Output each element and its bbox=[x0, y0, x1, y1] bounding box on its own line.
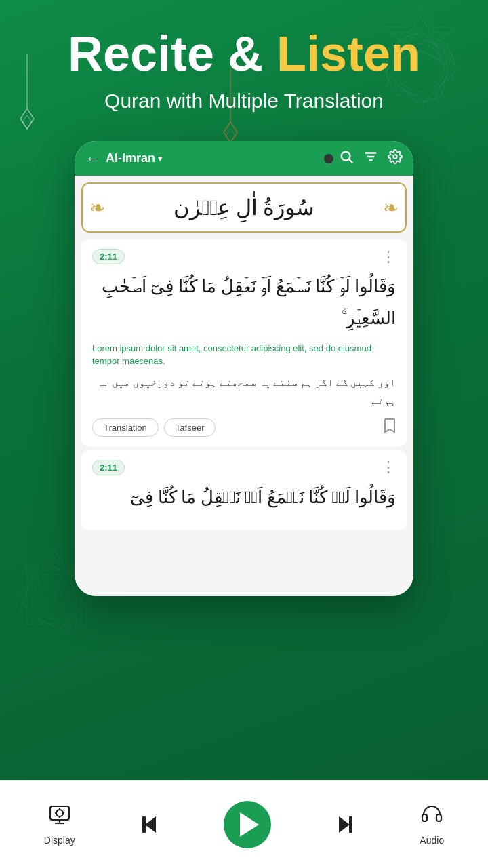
display-icon bbox=[48, 803, 71, 831]
bottom-bar: Display Audio bbox=[0, 780, 488, 868]
verse-card-2: 2:11 ⋮ وَقَالُوا لَوۡ كُنَّا نَسۡمَعُ اَ… bbox=[81, 450, 407, 530]
recite-text: Recite & bbox=[68, 26, 277, 81]
surah-arabic-title: سُورَةُ اٰلِ عِمۡرٰن bbox=[94, 195, 394, 220]
play-button[interactable] bbox=[224, 801, 271, 848]
hero-title-text: Recite & Listen bbox=[68, 27, 420, 81]
svg-point-17 bbox=[342, 152, 350, 161]
svg-marker-33 bbox=[339, 816, 350, 833]
search-icon[interactable] bbox=[339, 149, 354, 167]
headphone-icon bbox=[420, 803, 443, 831]
svg-marker-31 bbox=[145, 816, 156, 833]
tafseer-tag[interactable]: Tafseer bbox=[164, 418, 216, 437]
svg-point-26 bbox=[56, 810, 63, 816]
topbar-icons bbox=[339, 149, 403, 167]
translation-tag[interactable]: Translation bbox=[92, 418, 159, 437]
surah-title[interactable]: Al-Imran ▾ bbox=[106, 151, 319, 165]
phone-mockup: ← Al-Imran ▾ bbox=[75, 141, 413, 596]
verse-translation-1: Lorem ipsum dolor sit amet, consectetur … bbox=[92, 342, 396, 368]
chevron-down-icon: ▾ bbox=[158, 154, 162, 163]
verse-more-icon-1[interactable]: ⋮ bbox=[381, 250, 396, 264]
phone-content: ❧ سُورَةُ اٰلِ عِمۡرٰن ❧ 2:11 ⋮ وَقَالُو… bbox=[75, 176, 413, 596]
prev-button[interactable] bbox=[136, 811, 163, 838]
verse-urdu-1: اور کہیں گے اگر ہم سنتے یا سمجھتے ہوتے ت… bbox=[92, 374, 396, 410]
filter-icon[interactable] bbox=[363, 149, 378, 167]
listen-text: Listen bbox=[277, 26, 420, 81]
verse-header-2: 2:11 ⋮ bbox=[92, 460, 396, 475]
audio-button[interactable]: Audio bbox=[420, 803, 444, 846]
verse-number-1: 2:11 bbox=[92, 249, 125, 264]
svg-rect-36 bbox=[436, 814, 441, 821]
svg-rect-34 bbox=[349, 816, 352, 833]
audio-label: Audio bbox=[420, 835, 444, 846]
next-button[interactable] bbox=[332, 811, 359, 838]
play-icon bbox=[240, 812, 259, 837]
bookmark-icon-1[interactable] bbox=[384, 418, 396, 437]
verse-tags-1: Translation Tafseer bbox=[92, 418, 216, 437]
display-label: Display bbox=[44, 835, 75, 846]
surah-deco-right: ❧ bbox=[383, 197, 399, 219]
verse-footer-1: Translation Tafseer bbox=[92, 418, 396, 437]
verse-more-icon-2[interactable]: ⋮ bbox=[381, 460, 396, 475]
back-button[interactable]: ← bbox=[85, 150, 100, 167]
verse-number-2: 2:11 bbox=[92, 460, 125, 475]
hero-subtitle: Quran with Multiple Translation bbox=[77, 87, 411, 114]
hero-title: Recite & Listen bbox=[68, 27, 420, 81]
svg-rect-32 bbox=[142, 816, 146, 833]
verse-header-1: 2:11 ⋮ bbox=[92, 249, 396, 264]
surah-deco-left: ❧ bbox=[89, 197, 105, 219]
verse-arabic-2: وَقَالُوا لَوۡ كُنَّا نَسۡمَعُ اَوۡ نَعۡ… bbox=[92, 482, 396, 514]
svg-point-22 bbox=[393, 155, 397, 159]
display-button[interactable]: Display bbox=[44, 803, 75, 846]
phone-topbar: ← Al-Imran ▾ bbox=[75, 141, 413, 176]
surah-header: ❧ سُورَةُ اٰلِ عِمۡرٰن ❧ bbox=[81, 182, 407, 233]
verse-card-1: 2:11 ⋮ وَقَالُوا لَوۡ كُنَّا نَسۡمَعُ اَ… bbox=[81, 239, 407, 446]
svg-rect-35 bbox=[422, 814, 427, 821]
camera-dot bbox=[324, 154, 333, 163]
svg-line-18 bbox=[349, 159, 352, 163]
settings-icon[interactable] bbox=[388, 149, 403, 167]
verse-arabic-1: وَقَالُوا لَوۡ كُنَّا نَسۡمَعُ اَوۡ نَعۡ… bbox=[92, 271, 396, 335]
